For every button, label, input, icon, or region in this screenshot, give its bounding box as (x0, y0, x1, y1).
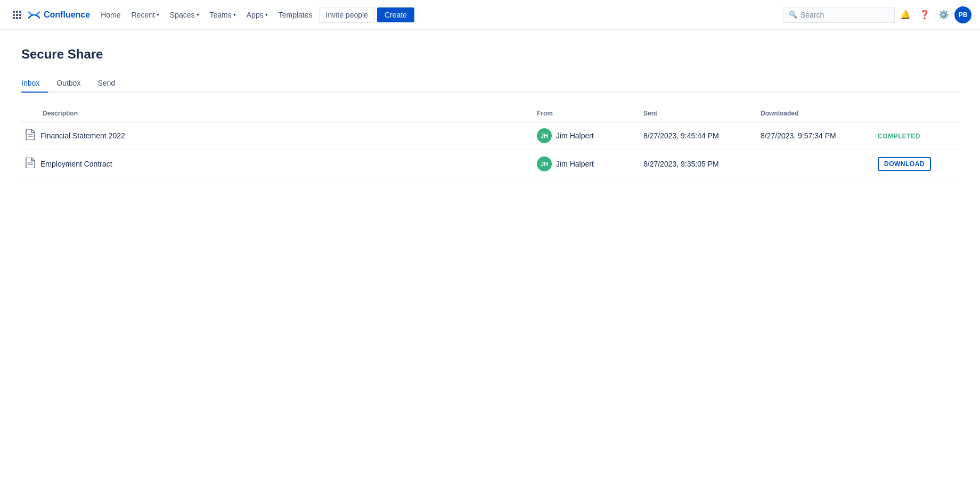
file-icon (26, 158, 35, 171)
nav-apps[interactable]: Apps ▾ (242, 0, 272, 30)
file-name: Employment Contract (40, 160, 112, 168)
svg-rect-1 (16, 11, 18, 13)
status-cell: COMPLETED (873, 131, 959, 140)
apps-chevron-icon: ▾ (265, 12, 268, 18)
nav-home[interactable]: Home (96, 0, 125, 30)
nav-teams[interactable]: Teams ▾ (206, 0, 240, 30)
notifications-button[interactable]: 🔔 (897, 6, 914, 23)
downloaded-cell: 8/27/2023, 9:57:34 PM (756, 131, 873, 140)
file-name: Financial Statement 2022 (40, 131, 125, 140)
invite-people-button[interactable]: Invite people (319, 7, 375, 23)
col-from: From (533, 110, 639, 117)
tab-send[interactable]: Send (89, 75, 124, 93)
help-button[interactable]: ❓ (916, 6, 933, 23)
col-downloaded: Downloaded (756, 110, 873, 117)
from-cell: JH Jim Halpert (533, 128, 639, 143)
svg-rect-3 (13, 14, 15, 16)
svg-rect-4 (16, 14, 18, 16)
confluence-logo[interactable]: Confluence (28, 9, 90, 21)
main-content: Secure Share Inbox Outbox Send Descripti… (0, 30, 980, 195)
sent-cell: 8/27/2023, 9:35:05 PM (639, 160, 756, 168)
svg-rect-0 (13, 11, 15, 13)
tab-inbox[interactable]: Inbox (21, 75, 48, 93)
nav-spaces[interactable]: Spaces ▾ (166, 0, 203, 30)
sender-avatar: JH (537, 156, 552, 171)
svg-rect-5 (19, 14, 21, 16)
search-bar: 🔍 (783, 7, 895, 23)
description-cell: Employment Contract (21, 158, 533, 171)
recent-chevron-icon: ▾ (157, 12, 159, 18)
svg-rect-2 (19, 11, 21, 13)
user-avatar[interactable]: PB (954, 6, 971, 23)
help-icon: ❓ (919, 10, 930, 20)
gear-icon: ⚙️ (938, 10, 949, 20)
page-title: Secure Share (21, 47, 959, 62)
sender-avatar: JH (537, 128, 552, 143)
sender-name: Jim Halpert (556, 131, 594, 140)
sent-cell: 8/27/2023, 9:45:44 PM (639, 131, 756, 140)
col-description: Description (21, 110, 533, 117)
inbox-table: Description From Sent Downloaded Financi… (21, 105, 959, 178)
svg-rect-8 (19, 17, 21, 19)
bell-icon: 🔔 (900, 10, 911, 20)
create-button[interactable]: Create (377, 7, 414, 22)
table-row: Employment Contract JH Jim Halpert 8/27/… (21, 150, 959, 178)
spaces-chevron-icon: ▾ (197, 12, 199, 18)
search-icon: 🔍 (789, 11, 797, 19)
nav-recent[interactable]: Recent ▾ (127, 0, 163, 30)
col-action (873, 110, 959, 117)
from-cell: JH Jim Halpert (533, 156, 639, 171)
file-icon (26, 129, 35, 143)
status-badge: COMPLETED (878, 133, 920, 140)
table-row: Financial Statement 2022 JH Jim Halpert … (21, 122, 959, 150)
teams-chevron-icon: ▾ (233, 12, 236, 18)
col-sent: Sent (639, 110, 756, 117)
grid-icon[interactable] (9, 6, 26, 23)
sender-name: Jim Halpert (556, 160, 594, 168)
svg-rect-7 (16, 17, 18, 19)
settings-button[interactable]: ⚙️ (935, 6, 952, 23)
logo-text: Confluence (44, 10, 90, 20)
download-button[interactable]: DOWNLOAD (878, 157, 931, 171)
tabs-container: Inbox Outbox Send (21, 75, 959, 93)
search-input[interactable] (801, 11, 889, 19)
status-cell[interactable]: DOWNLOAD (873, 157, 959, 171)
description-cell: Financial Statement 2022 (21, 129, 533, 143)
tab-outbox[interactable]: Outbox (48, 75, 89, 93)
table-header: Description From Sent Downloaded (21, 105, 959, 122)
nav-templates[interactable]: Templates (274, 0, 317, 30)
svg-rect-6 (13, 17, 15, 19)
